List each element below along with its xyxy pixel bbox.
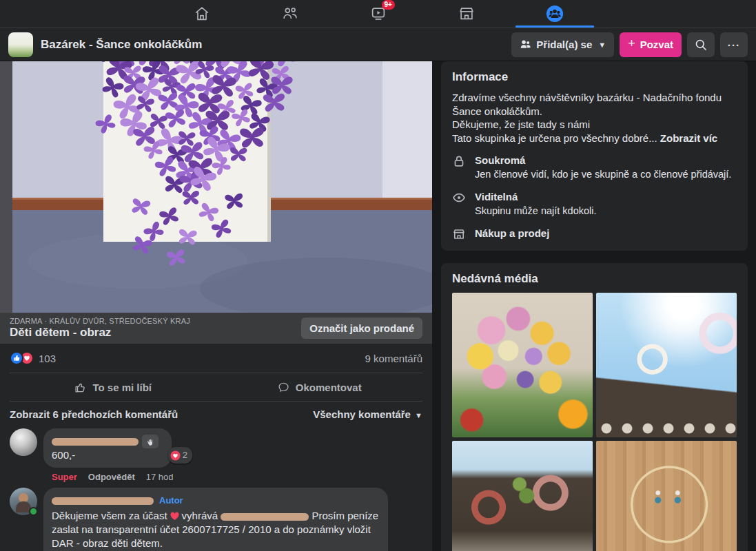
see-more-link[interactable]: Zobrazit víc [660, 132, 717, 144]
nav-tab-friends[interactable] [246, 0, 334, 28]
comment-bubble: 600,- 2 [43, 428, 172, 468]
header-actions: Přidal(a) se ▼ + Pozvat ... [511, 32, 748, 57]
comments-count[interactable]: 9 komentářů [365, 353, 422, 364]
post-card: ZDARMA · KRÁLŮV DVŮR, STŘEDOČESKÝ KRAJ D… [0, 61, 432, 551]
heart-icon [170, 450, 181, 461]
more-button[interactable]: ... [720, 32, 748, 57]
listing-bar: ZDARMA · KRÁLŮV DVŮR, STŘEDOČESKÝ KRAJ D… [0, 313, 432, 344]
page-content: ZDARMA · KRÁLŮV DVŮR, STŘEDOČESKÝ KRAJ D… [0, 61, 756, 551]
chevron-down-icon: ▼ [415, 411, 422, 419]
recent-media-card: Nedávná média [441, 263, 748, 551]
online-indicator [29, 507, 38, 516]
show-previous-comments[interactable]: Zobrazit 6 předchozích komentářů [10, 408, 178, 420]
commenter-avatar[interactable] [10, 428, 37, 456]
waving-hand-icon [142, 435, 159, 448]
listing-meta: ZDARMA · KRÁLŮV DVŮR, STŘEDOČESKÝ KRAJ [10, 317, 190, 325]
about-card: Informace Zdravíme všechny návštěvníky b… [441, 61, 748, 251]
comment-reactions[interactable]: 2 [168, 447, 192, 464]
comment-2: Autor Děkujeme všem za účastvyhrává Pros… [10, 488, 422, 551]
shopping-item: Nákup a prodej [452, 227, 737, 241]
comments-sort[interactable]: Všechny komentáře ▼ [313, 408, 422, 420]
nav-tab-watch[interactable]: 9+ [334, 0, 422, 28]
invite-button[interactable]: + Pozvat [620, 32, 682, 57]
watch-badge: 9+ [382, 0, 395, 10]
shop-icon [452, 227, 466, 241]
comment-1: 600,- 2 Super Odpovědět 17 hod [10, 428, 422, 482]
ellipsis-icon: ... [728, 37, 741, 48]
groups-icon [546, 5, 564, 23]
listing-title: Děti dětem - obraz [10, 326, 190, 340]
reaction-summary: 103 9 komentářů [10, 344, 422, 373]
search-icon [695, 39, 707, 51]
search-button[interactable] [687, 32, 715, 57]
comment-bubble-icon [277, 381, 290, 394]
nav-tab-home[interactable] [158, 0, 246, 28]
group-title: Bazárek - Šance onkoláčkům [41, 38, 202, 52]
sidebar: Informace Zdravíme všechny návštěvníky b… [441, 61, 748, 551]
heart-icon [170, 511, 180, 521]
about-title: Informace [452, 70, 737, 84]
media-thumbnail[interactable] [596, 293, 737, 437]
visibility-item: Viditelná Skupinu může najít kdokoli. [452, 190, 737, 218]
comments-bar: Zobrazit 6 předchozích komentářů Všechny… [10, 402, 422, 426]
plus-icon: + [628, 37, 635, 51]
eye-icon [452, 191, 466, 205]
members-icon [520, 39, 531, 50]
thumb-up-icon [74, 381, 87, 394]
comment-text: 600,- [52, 448, 163, 462]
comment-time[interactable]: 17 hod [146, 472, 174, 482]
redacted-name [221, 513, 309, 521]
post-photo[interactable] [0, 61, 432, 313]
mark-sold-button[interactable]: Označit jako prodané [301, 318, 422, 339]
top-navigation: 9+ [0, 0, 756, 28]
joined-button[interactable]: Přidal(a) se ▼ [511, 32, 614, 57]
chevron-down-icon: ▼ [598, 41, 606, 49]
nav-tabs: 9+ [158, 0, 599, 28]
reaction-icons[interactable] [10, 351, 34, 365]
redacted-name [52, 438, 139, 446]
privacy-item: Soukromá Jen členové vidí, kdo je ve sku… [452, 154, 737, 181]
marketplace-icon [458, 5, 476, 23]
media-title: Nedávná média [452, 272, 737, 286]
post-engagement: 103 9 komentářů To se mi líbí Okomentov [0, 344, 432, 551]
reply-link[interactable]: Odpovědět [88, 472, 135, 482]
post-actions: To se mi líbí Okomentovat [10, 373, 422, 401]
reacted-label[interactable]: Super [52, 472, 77, 482]
nav-tab-groups[interactable] [511, 0, 599, 28]
media-grid [452, 293, 737, 551]
like-reaction-icon [10, 351, 23, 365]
comment-bubble: Autor Děkujeme všem za účastvyhrává Pros… [43, 488, 388, 551]
friends-icon [281, 5, 299, 23]
media-thumbnail[interactable] [596, 441, 737, 551]
home-icon [193, 5, 211, 23]
comment-button[interactable]: Okomentovat [216, 376, 423, 398]
media-thumbnail[interactable] [452, 441, 593, 551]
media-thumbnail[interactable] [452, 293, 593, 437]
commenter-avatar[interactable] [10, 488, 37, 515]
nav-tab-marketplace[interactable] [422, 0, 511, 28]
redacted-name [52, 497, 154, 505]
lock-icon [452, 154, 466, 168]
comment-text: Děkujeme všem za účastvyhrává Prosím pen… [52, 509, 380, 551]
about-description: Zdravíme všechny návštěvníky bazárku - N… [452, 91, 737, 145]
group-avatar[interactable] [8, 32, 33, 57]
group-header: Bazárek - Šance onkoláčkům Přidal(a) se … [0, 28, 756, 61]
author-badge: Autor [159, 495, 183, 506]
reaction-count[interactable]: 103 [39, 353, 56, 364]
comment-meta: Super Odpovědět 17 hod [52, 472, 174, 482]
like-button[interactable]: To se mi líbí [10, 376, 216, 398]
